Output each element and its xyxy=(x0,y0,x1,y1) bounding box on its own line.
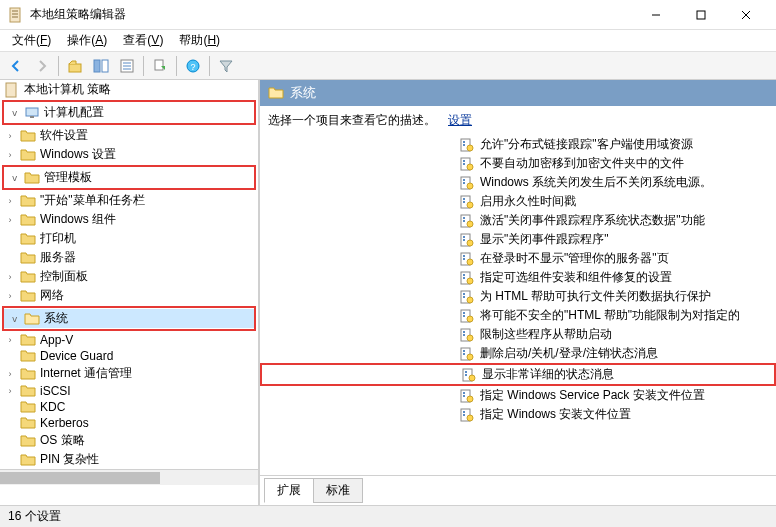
setting-label: 指定可选组件安装和组件修复的设置 xyxy=(480,269,672,286)
expander-icon[interactable]: › xyxy=(4,290,16,302)
setting-label: 限制这些程序从帮助启动 xyxy=(480,326,612,343)
menu-action[interactable]: 操作(A) xyxy=(59,30,115,51)
tree-pin-complex[interactable]: PIN 复杂性 xyxy=(0,450,258,469)
tree-hscrollbar[interactable] xyxy=(0,469,258,485)
setting-item[interactable]: 指定 Windows 安装文件位置 xyxy=(260,405,776,424)
tree-printers[interactable]: 打印机 xyxy=(0,229,258,248)
tree-panel[interactable]: 本地计算机 策略 ⅴ 计算机配置 › 软件设置 › Windows 设置 ⅴ xyxy=(0,80,260,505)
tree-label: 系统 xyxy=(44,310,68,327)
tab-extended[interactable]: 扩展 xyxy=(264,478,314,503)
setting-item[interactable]: Windows 系统关闭发生后不关闭系统电源。 xyxy=(260,173,776,192)
folder-icon xyxy=(20,194,36,208)
scrollbar-thumb[interactable] xyxy=(0,472,160,484)
setting-label: 为 HTML 帮助可执行文件关闭数据执行保护 xyxy=(480,288,711,305)
expander-icon[interactable]: › xyxy=(4,149,16,161)
expander-icon[interactable]: › xyxy=(4,368,16,380)
tree-software[interactable]: › 软件设置 xyxy=(0,126,258,145)
tree-admin-templates[interactable]: ⅴ 管理模板 xyxy=(4,168,254,187)
folder-icon xyxy=(268,86,284,100)
setting-item[interactable]: 允许"分布式链接跟踪"客户端使用域资源 xyxy=(260,135,776,154)
tree-iscsi[interactable]: › iSCSI xyxy=(0,383,258,399)
setting-item[interactable]: 指定 Windows Service Pack 安装文件位置 xyxy=(260,386,776,405)
tree-kerberos[interactable]: Kerberos xyxy=(0,415,258,431)
expander-icon[interactable]: › xyxy=(4,130,16,142)
expander-icon[interactable]: › xyxy=(4,214,16,226)
back-button[interactable] xyxy=(4,54,28,78)
menu-file[interactable]: 文件(F) xyxy=(4,30,59,51)
svg-rect-63 xyxy=(463,334,465,336)
setting-item[interactable]: 为 HTML 帮助可执行文件关闭数据执行保护 xyxy=(260,287,776,306)
window-controls xyxy=(633,1,768,29)
policy-setting-icon xyxy=(460,271,474,285)
setting-item[interactable]: 在登录时不显示"管理你的服务器"页 xyxy=(260,249,776,268)
svg-rect-35 xyxy=(463,201,465,203)
tree-kdc[interactable]: KDC xyxy=(0,399,258,415)
tree-start-menu[interactable]: › "开始"菜单和任务栏 xyxy=(0,191,258,210)
tree-servers[interactable]: 服务器 xyxy=(0,248,258,267)
svg-text:?: ? xyxy=(190,62,195,72)
highlight-admin-templates: ⅴ 管理模板 xyxy=(2,165,256,190)
tree-device-guard[interactable]: Device Guard xyxy=(0,348,258,364)
menu-help[interactable]: 帮助(H) xyxy=(171,30,228,51)
setting-item[interactable]: 限制这些程序从帮助启动 xyxy=(260,325,776,344)
setting-item[interactable]: 不要自动加密移到加密文件夹中的文件 xyxy=(260,154,776,173)
expander-spacer xyxy=(4,454,16,466)
tree-root[interactable]: 本地计算机 策略 xyxy=(0,80,258,99)
settings-list[interactable]: 允许"分布式链接跟踪"客户端使用域资源不要自动加密移到加密文件夹中的文件Wind… xyxy=(260,133,776,475)
menubar: 文件(F) 操作(A) 查看(V) 帮助(H) xyxy=(0,30,776,52)
folder-icon xyxy=(20,416,36,430)
svg-rect-75 xyxy=(463,395,465,397)
filter-button[interactable] xyxy=(214,54,238,78)
export-button[interactable] xyxy=(148,54,172,78)
setting-label: 激活"关闭事件跟踪程序系统状态数据"功能 xyxy=(480,212,705,229)
expander-icon[interactable]: ⅴ xyxy=(8,107,20,119)
expander-icon[interactable]: › xyxy=(4,385,16,397)
svg-point-64 xyxy=(467,335,473,341)
expander-icon[interactable]: › xyxy=(4,334,16,346)
setting-item[interactable]: 显示"关闭事件跟踪程序" xyxy=(260,230,776,249)
tab-standard[interactable]: 标准 xyxy=(313,478,363,503)
maximize-button[interactable] xyxy=(678,1,723,29)
setting-label: Windows 系统关闭发生后不关闭系统电源。 xyxy=(480,174,712,191)
folder-icon xyxy=(20,148,36,162)
up-button[interactable] xyxy=(63,54,87,78)
setting-item[interactable]: 删除启动/关机/登录/注销状态消息 xyxy=(260,344,776,363)
tree-os-policy[interactable]: OS 策略 xyxy=(0,431,258,450)
setting-item[interactable]: 激活"关闭事件跟踪程序系统状态数据"功能 xyxy=(260,211,776,230)
toolbar-separator xyxy=(209,56,210,76)
tree-control-panel[interactable]: › 控制面板 xyxy=(0,267,258,286)
show-hide-tree-button[interactable] xyxy=(89,54,113,78)
setting-item[interactable]: 将可能不安全的"HTML 帮助"功能限制为对指定的 xyxy=(260,306,776,325)
menu-view[interactable]: 查看(V) xyxy=(115,30,171,51)
setting-label: 删除启动/关机/登录/注销状态消息 xyxy=(480,345,658,362)
forward-button[interactable] xyxy=(30,54,54,78)
properties-button[interactable] xyxy=(115,54,139,78)
expander-icon[interactable]: ⅴ xyxy=(8,172,20,184)
tree-computer-config[interactable]: ⅴ 计算机配置 xyxy=(4,103,254,122)
svg-rect-70 xyxy=(465,371,467,373)
svg-rect-59 xyxy=(463,315,465,317)
tree-app-v[interactable]: › App-V xyxy=(0,332,258,348)
minimize-button[interactable] xyxy=(633,1,678,29)
expander-icon[interactable]: › xyxy=(4,195,16,207)
setting-item[interactable]: 显示非常详细的状态消息 xyxy=(260,363,776,386)
tree-internet-mgmt[interactable]: › Internet 通信管理 xyxy=(0,364,258,383)
toolbar: ? xyxy=(0,52,776,80)
setting-item[interactable]: 启用永久性时间戳 xyxy=(260,192,776,211)
setting-label: 启用永久性时间戳 xyxy=(480,193,576,210)
help-button[interactable]: ? xyxy=(181,54,205,78)
tree-network[interactable]: › 网络 xyxy=(0,286,258,305)
setting-item[interactable]: 指定可选组件安装和组件修复的设置 xyxy=(260,268,776,287)
tree-label: OS 策略 xyxy=(40,432,85,449)
expander-icon[interactable]: › xyxy=(4,271,16,283)
folder-icon xyxy=(20,251,36,265)
close-button[interactable] xyxy=(723,1,768,29)
expander-icon[interactable]: ⅴ xyxy=(8,313,20,325)
tree-windows-settings[interactable]: › Windows 设置 xyxy=(0,145,258,164)
tree-system[interactable]: ⅴ 系统 xyxy=(4,309,254,328)
svg-rect-67 xyxy=(463,353,465,355)
panel-header: 系统 xyxy=(260,80,776,106)
svg-rect-46 xyxy=(463,255,465,257)
tree-windows-components[interactable]: › Windows 组件 xyxy=(0,210,258,229)
settings-column-header[interactable]: 设置 xyxy=(448,112,472,129)
